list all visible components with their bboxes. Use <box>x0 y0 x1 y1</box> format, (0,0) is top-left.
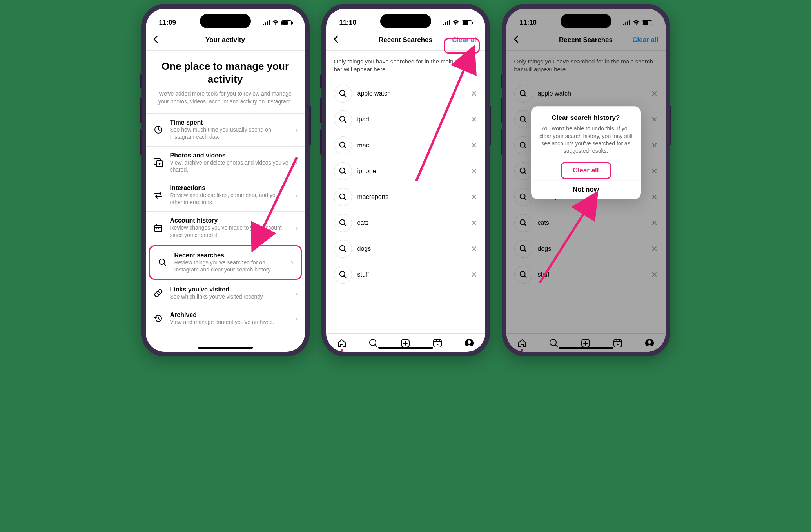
home-indicator[interactable] <box>559 347 613 349</box>
search-term: cats <box>538 219 646 226</box>
delete-icon[interactable]: ✕ <box>651 141 658 150</box>
dialog-confirm-button[interactable]: Clear all <box>531 161 641 180</box>
delete-icon[interactable]: ✕ <box>651 218 658 228</box>
row-title: Account history <box>170 217 289 224</box>
delete-icon[interactable]: ✕ <box>471 115 477 124</box>
delete-icon[interactable]: ✕ <box>471 270 477 279</box>
tab-search[interactable] <box>548 338 559 349</box>
search-row[interactable]: cats✕ <box>506 210 666 236</box>
row-subtitle: View, archive or delete photos and video… <box>170 159 289 173</box>
row-time-spent[interactable]: Time spentSee how much time you usually … <box>146 114 305 146</box>
delete-icon[interactable]: ✕ <box>651 115 658 124</box>
delete-icon[interactable]: ✕ <box>471 244 477 253</box>
search-row[interactable]: macreports✕ <box>326 184 485 210</box>
search-row[interactable]: stuff✕ <box>506 262 666 288</box>
description-text: Only things you have searched for in the… <box>506 51 666 81</box>
back-button[interactable] <box>513 34 541 45</box>
wifi-icon <box>272 20 279 25</box>
delete-icon[interactable]: ✕ <box>651 89 658 98</box>
delete-icon[interactable]: ✕ <box>471 141 477 150</box>
search-row[interactable]: stuff✕ <box>326 262 485 288</box>
row-subtitle: See how much time you usually spend on I… <box>170 126 289 140</box>
search-icon <box>334 188 352 206</box>
phone-frame-1: 11:09 Your activity One place to manage … <box>141 4 310 356</box>
row-recent-searches[interactable]: Recent searchesReview things you've sear… <box>149 245 302 280</box>
hero-subtitle: We've added more tools for you to review… <box>158 90 293 105</box>
nav-header: Recent Searches Clear all <box>326 30 485 51</box>
back-button[interactable] <box>153 34 180 45</box>
svg-point-35 <box>648 340 651 344</box>
signal-icon <box>443 20 450 25</box>
hero-section: One place to manage your activity We've … <box>146 51 305 113</box>
activity-list: Time spentSee how much time you usually … <box>146 113 305 331</box>
row-title: Interactions <box>170 185 289 192</box>
search-row[interactable]: iphone✕ <box>326 158 485 184</box>
status-time: 11:09 <box>159 19 176 27</box>
svg-point-4 <box>156 228 157 229</box>
screen-2: 11:10 Recent Searches Clear all Only thi… <box>326 9 485 352</box>
tab-profile[interactable] <box>644 338 655 349</box>
arrows-icon <box>153 190 164 201</box>
dialog-title: Clear search history? <box>539 114 633 122</box>
search-term: iphone <box>357 168 465 175</box>
search-icon <box>514 85 532 103</box>
delete-icon[interactable]: ✕ <box>651 270 658 279</box>
signal-icon <box>263 20 270 25</box>
dialog-cancel-button[interactable]: Not now <box>531 180 641 199</box>
search-row[interactable]: mac✕ <box>326 132 485 158</box>
home-indicator[interactable] <box>378 347 433 349</box>
search-icon <box>334 110 352 128</box>
tab-profile[interactable] <box>464 338 475 349</box>
search-term: dogs <box>357 245 465 252</box>
search-icon <box>514 240 532 258</box>
chevron-right-icon: › <box>295 125 298 134</box>
search-row[interactable]: apple watch✕ <box>506 81 666 107</box>
tab-home[interactable] <box>517 338 528 349</box>
back-button[interactable] <box>333 34 361 45</box>
row-title: Recent searches <box>174 252 285 259</box>
battery-icon <box>642 20 652 25</box>
home-indicator[interactable] <box>198 347 253 349</box>
status-time: 11:10 <box>339 19 356 27</box>
clear-all-button[interactable]: Clear all <box>451 36 478 44</box>
search-row[interactable]: dogs✕ <box>506 236 666 262</box>
row-photos-videos[interactable]: Photos and videosView, archive or delete… <box>146 147 305 179</box>
delete-icon[interactable]: ✕ <box>651 166 658 176</box>
search-row[interactable]: dogs✕ <box>326 236 485 262</box>
search-term: cats <box>357 219 465 226</box>
search-term: stuff <box>538 271 646 278</box>
row-links-visited[interactable]: Links you've visitedSee which links you'… <box>146 280 305 306</box>
search-icon <box>514 162 532 180</box>
battery-icon <box>462 20 472 25</box>
delete-icon[interactable]: ✕ <box>471 218 477 228</box>
svg-point-5 <box>158 228 159 229</box>
tab-search[interactable] <box>368 338 379 349</box>
search-row[interactable]: apple watch✕ <box>326 81 485 107</box>
tab-reels[interactable] <box>612 338 623 349</box>
delete-icon[interactable]: ✕ <box>471 192 477 202</box>
search-icon <box>514 266 532 284</box>
search-icon <box>157 257 168 268</box>
tab-bar <box>506 333 666 352</box>
tab-reels[interactable] <box>432 338 443 349</box>
delete-icon[interactable]: ✕ <box>471 89 477 98</box>
tab-bar <box>326 333 485 352</box>
row-account-history[interactable]: Account historyReview changes you've mad… <box>146 212 305 244</box>
row-title: Links you've visited <box>170 286 289 293</box>
search-row[interactable]: cats✕ <box>326 210 485 236</box>
delete-icon[interactable]: ✕ <box>651 192 658 202</box>
link-icon <box>153 288 164 299</box>
row-interactions[interactable]: InteractionsReview and delete likes, com… <box>146 179 305 212</box>
search-row[interactable]: ipad✕ <box>326 107 485 132</box>
wifi-icon <box>633 20 640 25</box>
scroll-content[interactable]: One place to manage your activity We've … <box>146 51 305 352</box>
chevron-right-icon: › <box>295 158 298 167</box>
tab-home[interactable] <box>336 338 347 349</box>
clear-all-button[interactable]: Clear all <box>631 36 659 44</box>
delete-icon[interactable]: ✕ <box>471 166 477 176</box>
delete-icon[interactable]: ✕ <box>651 244 658 253</box>
row-subtitle: See which links you've visited recently. <box>170 293 289 300</box>
row-archived[interactable]: ArchivedView and manage content you've a… <box>146 306 305 331</box>
dynamic-island <box>561 14 611 28</box>
search-icon <box>334 266 352 284</box>
